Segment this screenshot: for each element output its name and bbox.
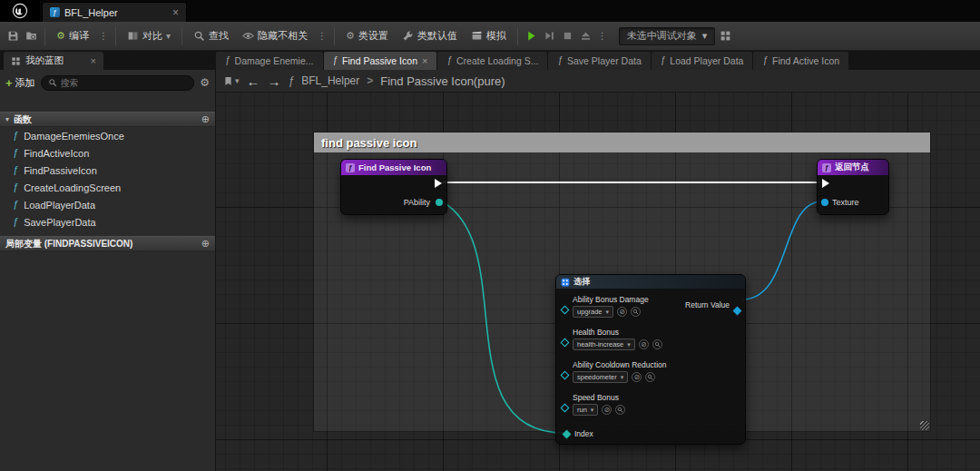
node-header[interactable]: 选择: [556, 275, 745, 289]
return-value-pin[interactable]: [733, 307, 742, 316]
debug-class-browser-button[interactable]: [718, 25, 733, 47]
play-button[interactable]: [524, 25, 539, 47]
class-defaults-button[interactable]: 类默认值: [397, 25, 463, 47]
tab-label: Find Active Icon: [772, 55, 839, 66]
function-item[interactable]: CreateLoadingScreen: [0, 179, 215, 196]
function-icon: [225, 56, 230, 65]
option-dropdown[interactable]: speedometer: [573, 371, 628, 383]
node-select[interactable]: 选择 Return Value Ability Bonus Damage: [555, 274, 746, 445]
add-function-icon[interactable]: [201, 114, 210, 124]
function-item[interactable]: LoadPlayerData: [0, 196, 215, 213]
frame-skip-button[interactable]: [542, 25, 557, 47]
clear-icon[interactable]: [617, 307, 627, 317]
node-header[interactable]: ƒ 返回节点: [818, 160, 888, 175]
function-icon: [557, 56, 563, 65]
comment-title[interactable]: find passive icon: [314, 132, 930, 152]
tab-damage-enemies[interactable]: Damage Enemie...: [216, 52, 323, 70]
clear-icon[interactable]: [639, 339, 649, 349]
close-icon[interactable]: [422, 56, 427, 66]
tab-my-blueprint[interactable]: 我的蓝图: [4, 52, 103, 70]
debug-object-dropdown[interactable]: 未选中调试对象: [619, 27, 716, 45]
tab-create-loading-screen[interactable]: Create Loading S...: [437, 52, 547, 70]
class-settings-button[interactable]: 类设置: [340, 25, 394, 47]
function-name: LoadPlayerData: [24, 200, 95, 211]
close-icon[interactable]: [91, 56, 96, 66]
clear-icon[interactable]: [632, 372, 642, 382]
function-item[interactable]: FindPassiveIcon: [0, 162, 215, 179]
simulate-button[interactable]: 模拟: [466, 25, 512, 47]
eject-button[interactable]: [578, 25, 593, 47]
debug-object-label: 未选中调试对象: [627, 29, 697, 43]
local-variables-section-header[interactable]: 局部变量 (FINDPASSIVEICON): [0, 236, 215, 251]
compile-options-button[interactable]: [97, 25, 110, 47]
stop-button[interactable]: [560, 25, 575, 47]
diff-button[interactable]: 对比: [122, 25, 176, 47]
node-header[interactable]: ƒ Find Passive Icon: [341, 160, 446, 175]
search-icon[interactable]: [615, 405, 625, 415]
functions-section-header[interactable]: 函数: [0, 112, 215, 127]
forward-button[interactable]: [268, 74, 281, 88]
search-icon[interactable]: [652, 339, 662, 349]
function-name: SavePlayerData: [24, 217, 96, 228]
breadcrumb-separator: [367, 75, 373, 86]
add-button[interactable]: 添加: [5, 76, 35, 90]
pability-out-pin[interactable]: [436, 199, 443, 206]
option-pin[interactable]: [561, 404, 570, 413]
function-item[interactable]: FindActiveIcon: [0, 144, 215, 162]
blueprint-search[interactable]: [41, 75, 195, 91]
chevron-down-icon: [166, 32, 171, 41]
tab-save-player-data[interactable]: Save Player Data: [548, 52, 650, 70]
function-item[interactable]: DamageEnemiesOnce: [0, 127, 215, 144]
local-variables-header-label: 局部变量 (FINDPASSIVEICON): [5, 238, 132, 250]
add-button-label: 添加: [15, 76, 35, 90]
bookmarks-dropdown[interactable]: [223, 75, 240, 87]
texture-in-pin[interactable]: [821, 199, 828, 206]
option-pin[interactable]: [561, 339, 570, 348]
option-pin[interactable]: [561, 306, 570, 315]
breadcrumb-current[interactable]: Find Passive Icon(pure): [380, 74, 505, 88]
compile-button[interactable]: 编译: [51, 25, 94, 47]
find-button[interactable]: 查找: [188, 25, 234, 47]
node-find-passive-icon[interactable]: ƒ Find Passive Icon PAbility: [340, 159, 447, 215]
function-name: FindPassiveIcon: [24, 165, 97, 176]
node-return[interactable]: ƒ 返回节点 Texture: [817, 159, 889, 215]
panel-tab-label: 我的蓝图: [25, 54, 64, 67]
add-local-variable-icon[interactable]: [201, 239, 210, 249]
function-name: FindActiveIcon: [24, 148, 89, 159]
close-icon[interactable]: [172, 7, 179, 18]
search-icon[interactable]: [645, 372, 655, 382]
function-icon: [13, 200, 18, 210]
blueprint-graph-canvas[interactable]: find passive icon ƒ Find Passive Icon: [216, 93, 980, 471]
comment-resize-handle[interactable]: [920, 421, 929, 430]
unreal-engine-logo[interactable]: [0, 0, 40, 22]
function-icon: [446, 56, 452, 65]
option-label: Ability Bonus Damage: [573, 295, 649, 304]
browse-to-asset-button[interactable]: [24, 25, 39, 47]
play-options-button[interactable]: [596, 25, 609, 47]
option-dropdown[interactable]: upgrade: [573, 306, 613, 318]
asset-tab-bfl-helper[interactable]: ƒ BFL_Helper: [42, 2, 187, 22]
hide-unrelated-button[interactable]: 隐藏不相关: [237, 25, 313, 47]
search-icon[interactable]: [631, 307, 641, 317]
option-dropdown[interactable]: run: [573, 404, 598, 416]
bookmark-icon: [223, 75, 233, 87]
option-value: run: [577, 406, 587, 414]
panel-settings-icon[interactable]: [200, 77, 210, 88]
index-pin[interactable]: [563, 429, 572, 438]
search-input[interactable]: [61, 78, 188, 88]
back-button[interactable]: [247, 74, 260, 88]
function-icon: [13, 131, 18, 141]
exec-in-pin[interactable]: [822, 179, 829, 188]
exec-out-pin[interactable]: [435, 179, 442, 188]
option-dropdown[interactable]: health-increase: [573, 339, 635, 350]
save-button[interactable]: [5, 25, 21, 47]
tab-find-passive-icon[interactable]: Find Passive Icon: [324, 52, 437, 70]
tab-load-player-data[interactable]: Load Player Data: [652, 52, 753, 70]
clear-icon[interactable]: [602, 405, 612, 415]
hide-unrelated-options-button[interactable]: [316, 25, 328, 47]
collapse-icon[interactable]: [5, 116, 9, 123]
function-item[interactable]: SavePlayerData: [0, 213, 215, 231]
option-pin[interactable]: [561, 371, 570, 380]
tab-find-active-icon[interactable]: Find Active Icon: [753, 52, 848, 70]
breadcrumb-root[interactable]: BFL_Helper: [301, 74, 359, 87]
